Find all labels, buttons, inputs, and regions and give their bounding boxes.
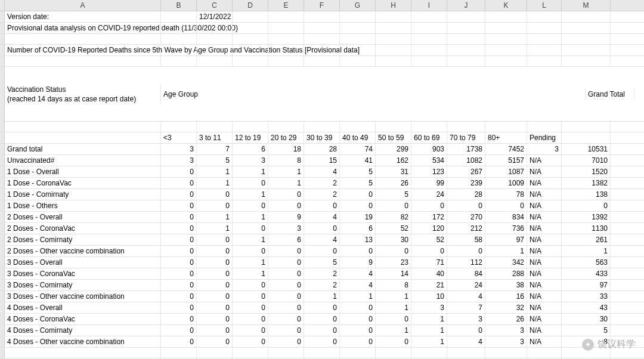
data-cell[interactable]: 299 [376, 144, 411, 154]
data-cell[interactable]: 4 [304, 212, 340, 222]
data-cell[interactable]: 21 [411, 280, 447, 290]
data-cell[interactable]: N/A [527, 268, 562, 279]
age-col-4[interactable]: 30 to 39 [304, 132, 340, 143]
row-label[interactable]: 3 Doses - CoronaVac [5, 268, 161, 279]
row-label[interactable]: 3 Doses - Other vaccine combination [5, 291, 161, 302]
grand-total-cell[interactable]: 43 [562, 302, 611, 313]
data-cell[interactable]: 4 [304, 166, 340, 177]
data-cell[interactable]: 0 [161, 246, 197, 256]
data-cell[interactable]: 24 [447, 280, 485, 290]
data-cell[interactable]: 0 [447, 200, 485, 211]
data-cell[interactable]: 2 [304, 268, 340, 279]
data-cell[interactable]: 1 [340, 291, 376, 302]
data-cell[interactable]: N/A [527, 280, 562, 290]
data-cell[interactable]: 5157 [485, 155, 527, 166]
data-cell[interactable]: 6 [268, 234, 304, 245]
data-cell[interactable]: 0 [304, 336, 340, 347]
data-cell[interactable]: 0 [233, 314, 268, 324]
data-cell[interactable]: 28 [304, 144, 340, 154]
data-cell[interactable]: 0 [233, 336, 268, 347]
data-cell[interactable]: 0 [161, 223, 197, 234]
age-col-8[interactable]: 70 to 79 [447, 132, 485, 143]
data-cell[interactable]: 6 [233, 144, 268, 154]
grand-total-cell[interactable]: 261 [562, 234, 611, 245]
data-cell[interactable]: 1082 [447, 155, 485, 166]
data-cell[interactable]: 0 [485, 200, 527, 211]
row-label[interactable]: 3 Doses - Comirnaty [5, 280, 161, 290]
data-cell[interactable]: 3 [485, 336, 527, 347]
data-cell[interactable]: 1 [376, 302, 411, 313]
data-cell[interactable]: 15 [304, 155, 340, 166]
data-cell[interactable]: 0 [161, 212, 197, 222]
data-cell[interactable]: 1 [197, 212, 233, 222]
data-cell[interactable]: 1 [197, 223, 233, 234]
data-cell[interactable]: 4 [447, 291, 485, 302]
data-cell[interactable]: 0 [233, 200, 268, 211]
data-cell[interactable]: 0 [268, 189, 304, 200]
data-cell[interactable]: 5 [376, 189, 411, 200]
data-cell[interactable]: 1 [485, 246, 527, 256]
data-cell[interactable]: 52 [411, 234, 447, 245]
table-title[interactable]: Number of COVID-19 Reported Deaths since… [5, 45, 161, 55]
data-cell[interactable]: 24 [411, 189, 447, 200]
data-cell[interactable]: N/A [527, 336, 562, 347]
data-cell[interactable]: 1 [376, 291, 411, 302]
data-cell[interactable]: 3 [411, 302, 447, 313]
data-cell[interactable]: 2 [304, 189, 340, 200]
data-cell[interactable]: 13 [340, 234, 376, 245]
data-cell[interactable]: 1 [233, 212, 268, 222]
grand-total-cell[interactable]: 1382 [562, 178, 611, 188]
data-cell[interactable]: 0 [197, 268, 233, 279]
data-cell[interactable]: 1 [197, 178, 233, 188]
data-cell[interactable]: 0 [197, 234, 233, 245]
data-cell[interactable]: N/A [527, 223, 562, 234]
col-header-I[interactable]: I [411, 0, 447, 11]
data-cell[interactable]: 162 [376, 155, 411, 166]
data-cell[interactable]: 0 [304, 325, 340, 336]
data-cell[interactable]: 0 [161, 314, 197, 324]
data-cell[interactable]: 903 [411, 144, 447, 154]
data-cell[interactable]: 4 [340, 280, 376, 290]
data-cell[interactable]: N/A [527, 314, 562, 324]
data-cell[interactable]: 1738 [447, 144, 485, 154]
row-label[interactable]: 2 Doses - Comirnaty [5, 234, 161, 245]
data-cell[interactable]: 267 [447, 166, 485, 177]
data-cell[interactable]: 0 [268, 314, 304, 324]
data-cell[interactable]: 0 [233, 325, 268, 336]
data-cell[interactable]: N/A [527, 155, 562, 166]
grand-total-cell[interactable]: 7010 [562, 155, 611, 166]
data-cell[interactable]: 212 [447, 223, 485, 234]
data-cell[interactable]: 0 [233, 302, 268, 313]
corner-cell[interactable] [0, 0, 5, 11]
data-cell[interactable]: 74 [340, 144, 376, 154]
data-cell[interactable]: 0 [161, 166, 197, 177]
age-col-0[interactable]: <3 [161, 132, 197, 143]
data-cell[interactable]: 123 [411, 166, 447, 177]
data-cell[interactable]: 834 [485, 212, 527, 222]
data-cell[interactable]: 0 [340, 314, 376, 324]
data-cell[interactable]: 342 [485, 257, 527, 268]
grand-total-cell[interactable]: 0 [562, 200, 611, 211]
grand-total-cell[interactable]: 433 [562, 268, 611, 279]
data-cell[interactable]: 99 [411, 178, 447, 188]
data-cell[interactable]: 0 [268, 200, 304, 211]
data-cell[interactable]: 71 [411, 257, 447, 268]
grand-total-cell[interactable]: 1520 [562, 166, 611, 177]
data-cell[interactable]: 3 [161, 155, 197, 166]
row-label[interactable]: 4 Doses - Other vaccine combination [5, 336, 161, 347]
data-cell[interactable]: 0 [197, 314, 233, 324]
data-cell[interactable]: 58 [447, 234, 485, 245]
data-cell[interactable]: N/A [527, 234, 562, 245]
data-cell[interactable]: 0 [161, 336, 197, 347]
data-cell[interactable]: 8 [268, 155, 304, 166]
data-cell[interactable]: 16 [485, 291, 527, 302]
provisional-label[interactable]: Provisional data analysis on COVID-19 re… [5, 23, 161, 33]
data-cell[interactable]: 6 [340, 223, 376, 234]
data-cell[interactable]: 3 [233, 155, 268, 166]
data-cell[interactable]: 0 [268, 325, 304, 336]
data-cell[interactable]: 112 [447, 257, 485, 268]
data-cell[interactable]: 40 [411, 268, 447, 279]
data-cell[interactable]: 0 [268, 336, 304, 347]
col-header-M[interactable]: M [562, 0, 611, 11]
data-cell[interactable]: 0 [197, 336, 233, 347]
